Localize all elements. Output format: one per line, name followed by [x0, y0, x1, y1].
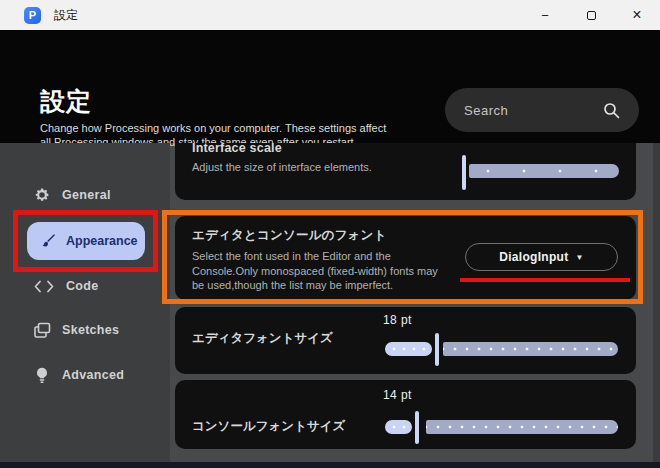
chevron-down-icon: ▼: [576, 253, 584, 262]
slider-track[interactable]: [426, 420, 618, 434]
editor-font-size-value: 18 pt: [383, 313, 412, 327]
settings-content: Interface scale Adjust the size of inter…: [170, 143, 660, 462]
lightbulb-icon: [33, 366, 51, 384]
maximize-button[interactable]: [568, 0, 614, 30]
scrollbar-track[interactable]: [653, 143, 660, 462]
windows-stack-icon: [33, 321, 51, 339]
sidebar-item-label: Appearance: [66, 234, 138, 248]
setting-row-editor-console-font: エディタとコンソールのフォント Select the font used in …: [175, 216, 636, 300]
setting-description: Select the font used in the Editor and t…: [192, 249, 447, 293]
close-icon: ×: [632, 7, 641, 23]
settings-window: P 設定 − × 設定 Change how Processing works …: [0, 0, 660, 468]
setting-title: Interface scale: [192, 143, 636, 155]
gear-icon: [33, 186, 51, 204]
slider-thumb[interactable]: [462, 155, 466, 190]
sidebar-item-label: Code: [66, 279, 98, 293]
sidebar-item-sketches[interactable]: Sketches: [33, 321, 119, 339]
setting-title: エディタとコンソールのフォント: [192, 227, 636, 244]
window-bottom-edge: [0, 462, 660, 468]
processing-logo-icon: P: [24, 7, 41, 24]
slider-track[interactable]: [469, 164, 619, 178]
font-dropdown[interactable]: DialogInput ▼: [465, 243, 618, 271]
window-title: 設定: [54, 7, 78, 24]
settings-header: 設定 Change how Processing works on your c…: [0, 30, 660, 143]
slider-filled-segment[interactable]: [385, 342, 432, 356]
sidebar-item-general[interactable]: General: [33, 186, 111, 204]
sidebar-item-advanced[interactable]: Advanced: [33, 366, 124, 384]
console-font-size-slider[interactable]: [385, 411, 620, 444]
sidebar-item-code[interactable]: Code: [33, 277, 98, 295]
sidebar-item-label: Advanced: [62, 368, 124, 382]
slider-thumb[interactable]: [415, 411, 419, 444]
font-dropdown-value: DialogInput: [499, 250, 568, 264]
minimize-button[interactable]: −: [522, 0, 568, 30]
sidebar-item-label: General: [62, 188, 111, 202]
setting-label: エディタフォントサイズ: [192, 330, 333, 347]
minimize-icon: −: [541, 8, 549, 23]
code-brackets-icon: [33, 277, 55, 295]
search-icon: [603, 102, 620, 119]
search-placeholder: Search: [464, 103, 508, 118]
interface-scale-slider[interactable]: [461, 155, 621, 190]
setting-label: コンソールフォントサイズ: [192, 418, 345, 435]
maximize-icon: [587, 11, 596, 20]
search-input[interactable]: Search: [445, 88, 639, 132]
sidebar: General Appearance Code: [0, 143, 170, 462]
titlebar: P 設定 − ×: [0, 0, 660, 30]
sidebar-item-appearance[interactable]: Appearance: [27, 222, 145, 260]
setting-row-console-font-size: コンソールフォントサイズ 14 pt: [175, 380, 636, 449]
console-font-size-value: 14 pt: [383, 388, 412, 402]
slider-filled-segment[interactable]: [385, 420, 412, 434]
setting-row-editor-font-size: エディタフォントサイズ 18 pt: [175, 307, 636, 374]
page-title: 設定: [40, 85, 92, 118]
red-underline-annotation: [460, 278, 630, 282]
sidebar-item-label: Sketches: [62, 323, 119, 337]
editor-font-size-slider[interactable]: [385, 333, 620, 366]
sidebar-item-appearance-wrap: Appearance: [27, 222, 145, 260]
slider-thumb[interactable]: [435, 333, 439, 366]
setting-row-interface-scale: Interface scale Adjust the size of inter…: [175, 143, 636, 200]
paintbrush-icon: [39, 232, 57, 250]
settings-body: General Appearance Code: [0, 143, 660, 462]
close-button[interactable]: ×: [614, 0, 660, 30]
slider-track[interactable]: [443, 342, 618, 356]
